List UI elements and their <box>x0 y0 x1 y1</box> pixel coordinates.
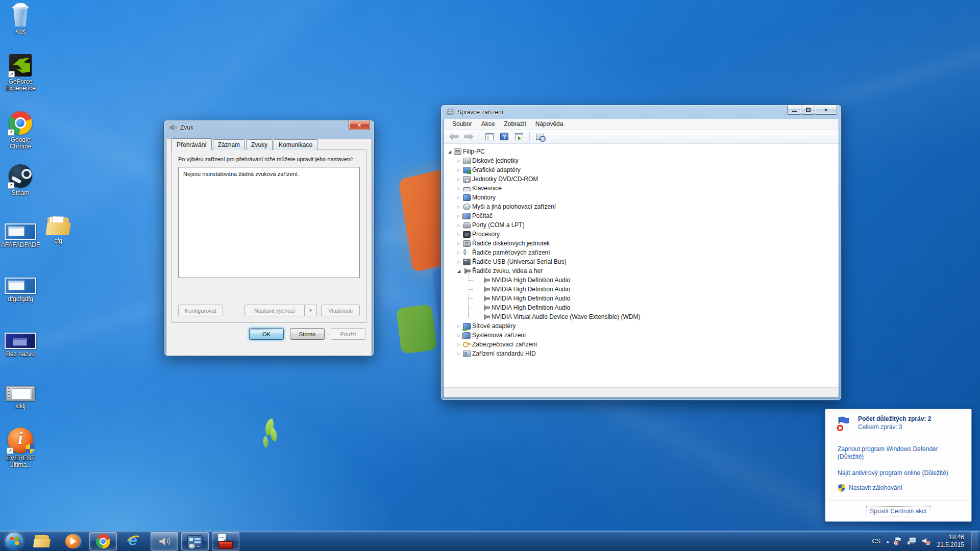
expand-icon[interactable] <box>456 352 462 356</box>
language-indicator[interactable]: CS <box>870 538 882 545</box>
tree-row[interactable]: Zabezpečovací zařízení <box>444 340 839 349</box>
tree-row[interactable]: Počítač <box>444 211 839 220</box>
tree-row[interactable]: Řadiče paměťových zařízení <box>444 248 839 257</box>
tree-row[interactable]: Systémová zařízení <box>444 331 839 340</box>
tree-row[interactable]: Řadiče zvuku, videa a her <box>444 266 839 276</box>
taskbar: e CS ▴ 1 <box>0 531 980 551</box>
network-status-icon[interactable] <box>907 537 917 545</box>
show-action-pane-button[interactable] <box>513 131 525 142</box>
tree-label: Myši a jiná polohovací zařízení <box>472 203 556 210</box>
menu-item[interactable]: Soubor <box>448 119 477 129</box>
help-button[interactable]: ? <box>498 131 510 142</box>
tree-row[interactable]: NVIDIA High Definition Audio <box>444 285 839 294</box>
tray-clock[interactable]: 18:46 21.5.2015 <box>937 534 964 549</box>
configure-button[interactable]: Konfigurovat <box>178 305 223 316</box>
start-button[interactable] <box>5 532 23 550</box>
tree-row[interactable]: Diskové jednotky <box>444 156 839 165</box>
expand-icon[interactable] <box>456 342 462 347</box>
tree-row[interactable]: NVIDIA Virtual Audio Device (Wave Extens… <box>444 312 839 321</box>
antivirus-message-link[interactable]: Najít antivirový program online (Důležit… <box>838 469 964 477</box>
desktop-icon-bez-nazvu[interactable]: Bez názvu <box>0 333 41 358</box>
taskbar-media-player-button[interactable] <box>59 532 86 550</box>
expand-icon[interactable] <box>447 149 453 154</box>
taskbar-device-manager-button[interactable] <box>181 532 209 550</box>
backup-message-link[interactable]: Nastavit zálohování <box>849 484 902 492</box>
expand-icon[interactable] <box>456 159 462 163</box>
tree-row[interactable]: Řadiče disketových jednotek <box>444 239 839 248</box>
desktop-icon-klklj[interactable]: klklj <box>0 386 41 410</box>
menu-item[interactable]: Nápověda <box>531 119 568 129</box>
taskbar-explorer-button[interactable] <box>28 532 56 550</box>
forward-button[interactable] <box>462 131 475 142</box>
expand-icon[interactable] <box>456 168 462 172</box>
close-button[interactable]: × <box>349 120 370 130</box>
minimize-button[interactable] <box>787 105 801 115</box>
taskbar-internet-explorer-button[interactable]: e <box>120 532 148 550</box>
tree-row[interactable]: Porty (COM a LPT) <box>444 220 839 230</box>
expand-icon[interactable] <box>456 214 462 218</box>
expand-icon[interactable] <box>456 195 462 200</box>
defender-message-link[interactable]: Zapnout program Windows Defender (Důleži… <box>838 445 940 461</box>
tree-row[interactable]: Řadiče USB (Universal Serial Bus) <box>444 257 839 266</box>
set-default-dropdown[interactable]: ▾ <box>305 305 317 316</box>
tree-row[interactable]: Klávesnice <box>444 184 839 193</box>
device-manager-titlebar[interactable]: Správce zařízení × <box>443 105 839 119</box>
sound-dialog-titlebar[interactable]: Zvuk × <box>166 120 372 134</box>
tree-row[interactable]: Procesory <box>444 230 839 239</box>
expand-icon[interactable] <box>456 333 462 338</box>
taskbar-sound-button[interactable] <box>151 532 178 550</box>
tab[interactable]: Zvuky <box>246 139 273 150</box>
expand-icon[interactable] <box>456 260 462 264</box>
expand-icon[interactable] <box>456 251 462 255</box>
desktop-icon-cfg[interactable]: cfg <box>38 216 79 244</box>
tree-row[interactable]: Grafické adaptéry <box>444 165 839 174</box>
close-button[interactable]: × <box>815 105 837 115</box>
taskbar-chrome-button[interactable] <box>89 532 117 550</box>
taskbar-toolbox-button[interactable] <box>212 532 239 550</box>
expand-icon[interactable] <box>456 177 462 182</box>
desktop-icon-dfgdfgdfg[interactable]: dfgdfgdfg <box>0 278 41 303</box>
back-button[interactable] <box>448 131 460 142</box>
tree-row[interactable]: Myši a jiná polohovací zařízení <box>444 202 839 211</box>
expand-icon[interactable] <box>456 241 462 246</box>
menu-item[interactable]: Akce <box>477 119 500 129</box>
apply-button[interactable]: Použít <box>331 328 365 340</box>
volume-muted-icon[interactable] <box>921 537 930 545</box>
tree-row[interactable]: Síťové adaptéry <box>444 321 839 331</box>
maximize-button[interactable] <box>801 105 815 115</box>
show-desktop-button[interactable] <box>971 531 978 551</box>
expand-icon[interactable] <box>456 232 462 237</box>
tab[interactable]: Záznam <box>213 139 245 150</box>
menu-item[interactable]: Zobrazit <box>499 119 530 129</box>
ok-button[interactable]: OK <box>249 328 284 340</box>
tab[interactable]: Přehrávání <box>172 138 212 150</box>
open-action-center-link[interactable]: Spustit Centrum akcí <box>866 506 930 516</box>
tree-row[interactable]: NVIDIA High Definition Audio <box>444 276 839 285</box>
properties-button[interactable]: Vlastnosti <box>321 305 360 316</box>
desktop-icon-afafadfadf[interactable]: AFAFADFADF <box>0 223 41 248</box>
desktop-icon-everest[interactable]: i↗ EVEREST Ultima... <box>0 428 41 468</box>
expand-icon[interactable] <box>456 205 462 209</box>
tree-row[interactable]: Monitory <box>444 193 839 202</box>
scan-hardware-button[interactable] <box>534 131 546 142</box>
tree-row[interactable]: Filip-PC <box>444 147 839 156</box>
set-default-button[interactable]: Nastavit výchozí <box>244 305 305 316</box>
tree-row[interactable]: NVIDIA High Definition Audio <box>444 303 839 312</box>
desktop-icon-steam[interactable]: ↗ Steam <box>0 164 41 196</box>
tree-row[interactable]: Zařízení standardu HID <box>444 349 839 358</box>
action-center-flag-error-icon[interactable] <box>894 537 902 545</box>
cancel-button[interactable]: Storno <box>290 328 325 340</box>
desktop-icon-google-chrome[interactable]: ↗ Google Chrome <box>0 111 41 150</box>
expand-icon[interactable] <box>456 324 462 329</box>
tab[interactable]: Komunikace <box>274 139 317 150</box>
expand-icon[interactable] <box>456 223 462 228</box>
playback-device-list[interactable]: Nejsou nainstalována žádná zvuková zaříz… <box>178 167 360 278</box>
desktop-icon-geforce-experience[interactable]: ↗ GeForce Experience <box>0 54 41 92</box>
tree-row[interactable]: Jednotky DVD/CD-ROM <box>444 174 839 184</box>
expand-icon[interactable] <box>456 186 462 191</box>
desktop-icon-recycle-bin[interactable]: Koš <box>0 3 41 35</box>
show-console-tree-button[interactable] <box>483 131 496 142</box>
tree-row[interactable]: NVIDIA High Definition Audio <box>444 294 839 303</box>
hidden-icons-button[interactable]: ▴ <box>887 539 889 544</box>
expand-icon[interactable] <box>456 269 462 273</box>
